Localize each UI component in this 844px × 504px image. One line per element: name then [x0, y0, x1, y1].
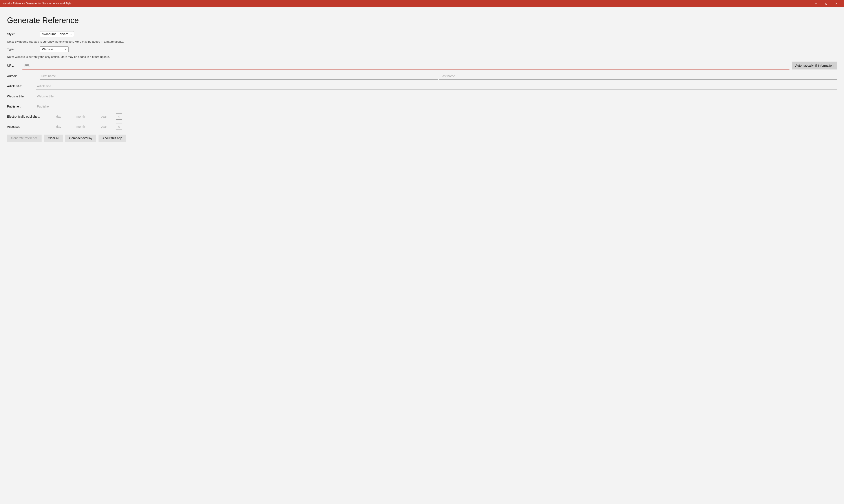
accessed-label: Accessed:: [7, 125, 48, 128]
buttons-row: Generate reference Clear all Compact ove…: [7, 134, 837, 142]
style-row: Style: Swinburne Harvard: [7, 31, 837, 37]
author-row: Author:: [7, 73, 837, 79]
auto-fill-button[interactable]: Automatically fill information: [792, 61, 837, 70]
type-row: Type: Website: [7, 47, 837, 52]
author-last-input[interactable]: [439, 73, 837, 79]
type-label: Type:: [7, 48, 38, 51]
author-inputs: [40, 73, 837, 79]
article-title-label: Article title:: [7, 85, 33, 88]
accessed-month-input[interactable]: [70, 123, 92, 130]
style-note: Note: Swinburne Harvard is currently the…: [7, 40, 837, 43]
author-label: Author:: [7, 74, 38, 78]
accessed-clear-button[interactable]: ✕: [116, 124, 122, 130]
app-title: Website Reference Generator for Swinburn…: [3, 2, 71, 5]
publisher-input[interactable]: [36, 103, 837, 110]
accessed-day-input[interactable]: [50, 123, 68, 130]
epublished-year-input[interactable]: [94, 113, 114, 120]
restore-button[interactable]: ⧉: [821, 0, 831, 7]
website-title-row: Website title:: [7, 93, 837, 100]
website-title-input[interactable]: [36, 93, 837, 100]
article-title-input[interactable]: [36, 83, 837, 90]
page-title: Generate Reference: [7, 16, 837, 25]
type-select[interactable]: Website: [40, 47, 69, 52]
electronically-published-label: Electronically published:: [7, 115, 48, 118]
electronically-published-row: Electronically published: ✕: [7, 113, 837, 120]
type-note: Note: Website is currently the only opti…: [7, 55, 837, 58]
url-input[interactable]: [22, 61, 789, 70]
epublished-month-input[interactable]: [70, 113, 92, 120]
title-bar: Website Reference Generator for Swinburn…: [0, 0, 844, 7]
url-row: URL: Automatically fill information: [7, 61, 837, 70]
epublished-day-input[interactable]: [50, 113, 68, 120]
clear-all-button[interactable]: Clear all: [44, 134, 63, 142]
publisher-row: Publisher:: [7, 103, 837, 110]
article-title-row: Article title:: [7, 83, 837, 90]
author-first-input[interactable]: [40, 73, 437, 79]
url-label: URL:: [7, 64, 20, 67]
minimize-button[interactable]: ─: [811, 0, 821, 7]
about-app-button[interactable]: About this app: [98, 134, 126, 142]
accessed-year-input[interactable]: [94, 123, 114, 130]
compact-overlay-button[interactable]: Compact overlay: [65, 134, 96, 142]
window-controls: ─ ⧉ ✕: [811, 0, 841, 7]
accessed-row: Accessed: ✕: [7, 123, 837, 130]
website-title-label: Website title:: [7, 94, 33, 98]
main-content: Generate Reference Style: Swinburne Harv…: [0, 7, 844, 149]
generate-reference-button[interactable]: Generate reference: [7, 134, 41, 142]
publisher-label: Publisher:: [7, 105, 33, 108]
epublished-clear-button[interactable]: ✕: [116, 113, 122, 120]
close-button[interactable]: ✕: [831, 0, 841, 7]
style-select[interactable]: Swinburne Harvard: [40, 31, 74, 37]
style-label: Style:: [7, 32, 38, 36]
